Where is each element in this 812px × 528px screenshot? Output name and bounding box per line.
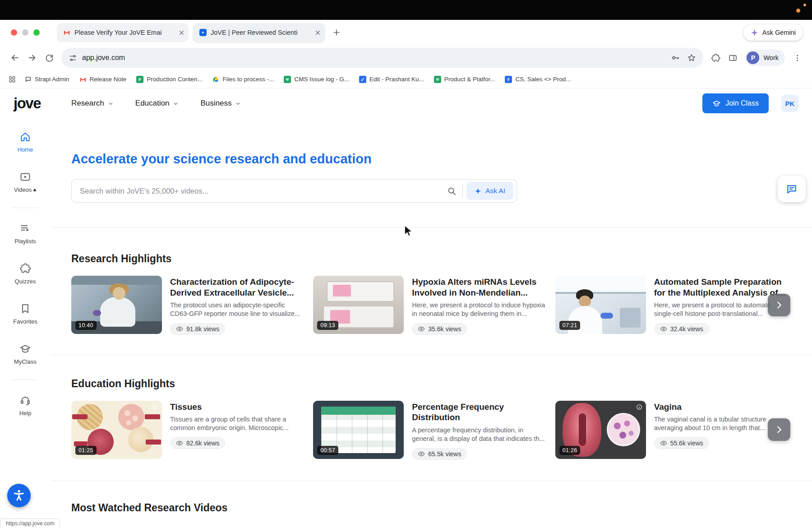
join-class-button[interactable]: Join Class xyxy=(702,93,769,113)
nav-research[interactable]: Research xyxy=(71,99,114,108)
back-icon[interactable] xyxy=(6,49,23,66)
reload-icon[interactable] xyxy=(41,49,58,66)
forward-icon[interactable] xyxy=(23,49,41,66)
side-panel-icon[interactable] xyxy=(724,49,741,66)
window-close-button[interactable] xyxy=(11,29,17,36)
url-text: app.jove.com xyxy=(82,54,125,62)
bookmark-release-note[interactable]: Release Note xyxy=(75,74,131,85)
video-play-icon xyxy=(19,171,31,183)
bookmark-label: CS, Sales <> Prod... xyxy=(515,76,571,83)
sidebar-item-playlists[interactable]: Playlists xyxy=(14,222,36,245)
browser-menu-kebab-icon[interactable] xyxy=(789,49,806,66)
views-count: 35.6k views xyxy=(428,325,461,333)
nav-education[interactable]: Education xyxy=(135,99,179,108)
views-badge: 65.5k views xyxy=(412,448,467,460)
user-avatar[interactable]: PK xyxy=(781,95,798,112)
video-thumbnail[interactable]: 10:40 xyxy=(71,276,162,334)
video-thumbnail[interactable]: 01:25 xyxy=(71,401,162,459)
new-tab-button[interactable] xyxy=(332,28,341,37)
video-title[interactable]: Percentage Frequency Distribution xyxy=(412,402,546,423)
views-count: 55.6k views xyxy=(670,440,703,447)
puzzle-icon xyxy=(19,263,31,274)
sidebar-item-help[interactable]: Help xyxy=(19,394,32,417)
video-description: The protocol uses an adipocyte-specific … xyxy=(170,301,304,318)
video-card-body: Hypoxia Alters miRNAs Levels Involved in… xyxy=(412,276,546,335)
bookmark-product-platform[interactable]: Product & Platfor... xyxy=(429,74,500,85)
education-carousel-next-button[interactable] xyxy=(768,418,790,441)
sidebar-item-favorites[interactable]: Favorites xyxy=(13,303,37,325)
section-title-research: Research Highlights xyxy=(71,253,788,265)
site-nav: Research Education Business xyxy=(71,99,241,108)
sidebar-item-myclass[interactable]: MyClass xyxy=(14,343,37,365)
eye-icon xyxy=(660,440,667,447)
bookmark-label: Product & Platfor... xyxy=(444,76,495,83)
video-title[interactable]: Characterization of Adipocyte-Derived Ex… xyxy=(170,277,304,298)
thumbnail-art xyxy=(333,285,351,296)
bookmark-files-to-process[interactable]: Files to process -... xyxy=(208,74,278,85)
views-badge: 55.6k views xyxy=(654,437,709,449)
nav-business[interactable]: Business xyxy=(200,99,241,108)
profile-chip[interactable]: P Work xyxy=(745,50,785,66)
accessibility-button[interactable] xyxy=(7,484,31,507)
search-input[interactable] xyxy=(80,187,441,195)
extensions-puzzle-icon[interactable] xyxy=(707,49,724,66)
tab-gmail[interactable]: Please Verify Your JoVE Emai xyxy=(57,23,189,42)
tab-close-icon[interactable] xyxy=(314,29,321,36)
blue-doc-icon xyxy=(505,76,512,83)
chevron-down-icon xyxy=(108,101,114,107)
info-icon[interactable] xyxy=(636,404,642,410)
tab-jove-active[interactable]: JoVE | Peer Reviewed Scienti xyxy=(193,23,325,42)
video-title[interactable]: Hypoxia Alters miRNAs Levels Involved in… xyxy=(412,277,546,298)
jove-logo[interactable]: jove xyxy=(14,95,41,112)
window-zoom-button[interactable] xyxy=(33,29,40,36)
thumbnail-art xyxy=(600,313,613,319)
views-count: 65.5k views xyxy=(428,450,461,458)
video-thumbnail[interactable]: 09:13 xyxy=(313,276,404,334)
section-divider xyxy=(51,481,812,481)
apps-grid-icon[interactable] xyxy=(5,73,19,86)
bookmark-production-content[interactable]: Production Conten... xyxy=(132,74,207,85)
playlist-icon xyxy=(19,222,31,234)
section-title-education: Education Highlights xyxy=(71,378,788,390)
thumbnail-art xyxy=(145,414,160,419)
chat-widget-button[interactable] xyxy=(778,176,806,202)
favorite-heart-icon[interactable] xyxy=(152,404,158,411)
ask-ai-button[interactable]: Ask AI xyxy=(466,182,513,200)
join-class-label: Join Class xyxy=(725,99,759,107)
sparkle-icon xyxy=(475,188,481,195)
sidebar-item-videos[interactable]: Videos xyxy=(14,171,37,193)
bookmark-strapi-admin[interactable]: Strapi Admin xyxy=(20,74,74,85)
tab-close-icon[interactable] xyxy=(178,29,185,36)
video-thumbnail[interactable]: 07:21 xyxy=(555,276,646,334)
search-bar: Ask AI xyxy=(71,179,517,203)
sidebar-item-quizzes[interactable]: Quizzes xyxy=(15,263,36,285)
site-controls-icon[interactable] xyxy=(69,54,77,62)
address-bar[interactable]: app.jove.com xyxy=(61,48,703,68)
video-title[interactable]: Tissues xyxy=(170,402,304,412)
thumbnail-art xyxy=(113,287,125,300)
green-doc-icon xyxy=(136,76,143,83)
bookmark-label: Files to process -... xyxy=(222,76,274,83)
password-key-icon[interactable] xyxy=(671,53,680,62)
views-count: 91.8k views xyxy=(186,325,219,333)
bookmark-edit-prashant[interactable]: Edit - Prashant Ku... xyxy=(355,74,429,85)
duration-badge: 01:25 xyxy=(75,446,97,455)
search-icon[interactable] xyxy=(447,186,457,196)
bookmark-cs-sales-prod[interactable]: CS, Sales <> Prod... xyxy=(500,74,575,85)
research-carousel-next-button[interactable] xyxy=(768,294,790,316)
site-header: jove Research Education Business Join Cl… xyxy=(0,88,812,118)
window-minimize-button[interactable] xyxy=(22,29,28,36)
bookmark-cms-issue-log[interactable]: CMS Issue log - G... xyxy=(279,74,354,85)
sidebar-item-home[interactable]: Home xyxy=(18,131,33,153)
green-sheet-icon xyxy=(434,76,441,83)
video-thumbnail[interactable]: 00:57 xyxy=(313,401,404,459)
section-title-most-watched: Most Watched Research Videos xyxy=(71,502,788,514)
nav-label: Research xyxy=(71,99,104,108)
bookmark-star-icon[interactable] xyxy=(687,53,696,62)
ask-gemini-button[interactable]: Ask Gemini xyxy=(743,24,803,41)
video-card: 07:21 Automated Sample Preparation for t… xyxy=(555,276,788,335)
sidebar: Home Videos Playlists Quizzes Favorites … xyxy=(0,118,51,528)
video-title[interactable]: Automated Sample Preparation for the Mul… xyxy=(654,277,788,298)
video-thumbnail[interactable]: 01:26 xyxy=(555,401,646,459)
video-title[interactable]: Vagina xyxy=(654,402,788,412)
